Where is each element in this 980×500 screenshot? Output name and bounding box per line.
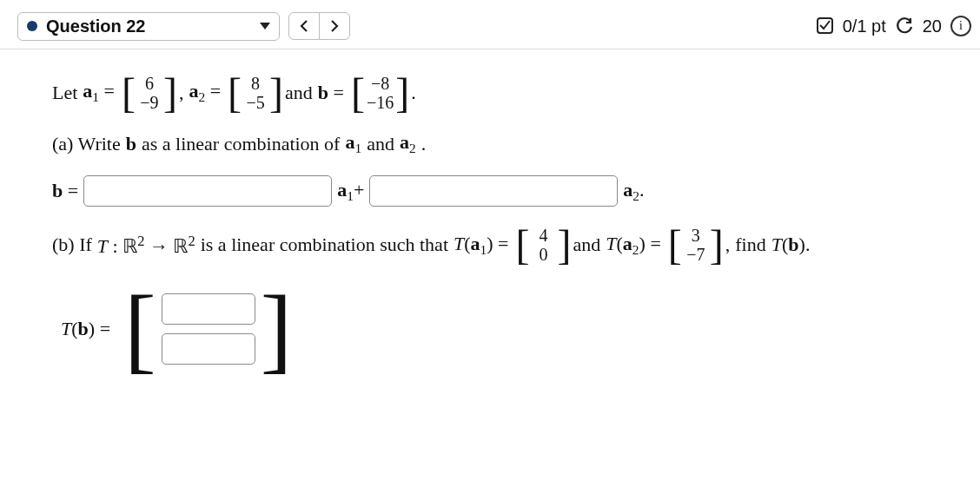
chevron-right-icon (329, 20, 340, 32)
question-title: Question 22 (46, 16, 145, 36)
matrix-Ta2: [ 3−7 ] (668, 226, 724, 264)
checkbox-icon (817, 17, 834, 35)
text-let: Let (52, 82, 77, 104)
question-selector[interactable]: Question 22 (17, 12, 280, 41)
score-meta: 0/1 pt 20 i (817, 16, 971, 36)
part-a-prompt: (a) Write b as a linear combination of a… (52, 131, 928, 156)
matrix-Tb-input: [ ] (124, 290, 292, 368)
part-a-answer: b = a1+ a2. (52, 175, 928, 207)
matrix-a2: [ 8−5 ] (228, 74, 283, 112)
Tb-bottom-input[interactable] (162, 333, 255, 365)
retry-icon (895, 16, 914, 36)
prev-question-button[interactable] (288, 12, 320, 40)
matrix-b: [ −8−16 ] (351, 74, 409, 112)
coef-a1-input[interactable] (83, 175, 332, 207)
chevron-left-icon (299, 20, 309, 32)
coef-a2-input[interactable] (369, 175, 618, 207)
score-text: 0/1 pt (843, 16, 886, 36)
part-b-answer: T(b) = [ ] (52, 290, 928, 368)
matrix-a1: [ 6−9 ] (122, 74, 177, 112)
question-body: Let a1 = [ 6−9 ] , a2 = [ 8−5 ] and b = … (0, 49, 980, 396)
next-question-button[interactable] (319, 12, 350, 40)
attempts-text: 20 (923, 16, 942, 36)
given-vectors: Let a1 = [ 6−9 ] , a2 = [ 8−5 ] and b = … (52, 74, 928, 112)
status-dot-icon (27, 21, 37, 31)
question-header: Question 22 0/1 pt 20 i (0, 0, 980, 49)
part-b-prompt: (b) If T : ℝ2 → ℝ2 is a linear combinati… (52, 226, 928, 264)
chevron-down-icon (260, 23, 270, 30)
info-icon[interactable]: i (950, 16, 971, 36)
matrix-Ta1: [ 40 ] (516, 226, 572, 264)
Tb-top-input[interactable] (162, 293, 255, 325)
